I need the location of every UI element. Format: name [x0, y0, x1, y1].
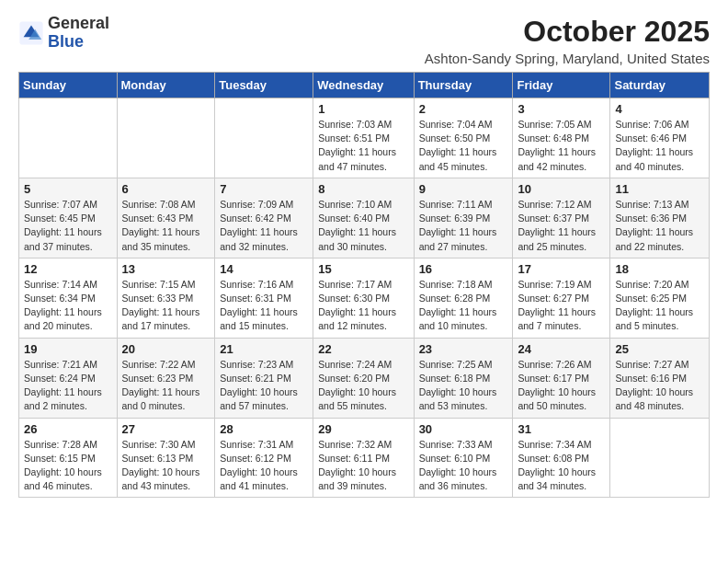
day-info: Sunrise: 7:25 AM Sunset: 6:18 PM Dayligh… — [419, 358, 508, 414]
day-number: 23 — [419, 342, 508, 356]
day-cell: 16Sunrise: 7:18 AM Sunset: 6:28 PM Dayli… — [414, 258, 513, 338]
day-cell: 22Sunrise: 7:24 AM Sunset: 6:20 PM Dayli… — [313, 338, 414, 418]
day-header-monday: Monday — [117, 73, 215, 98]
day-info: Sunrise: 7:19 AM Sunset: 6:27 PM Dayligh… — [518, 278, 605, 334]
day-number: 8 — [318, 182, 408, 196]
logo-icon — [18, 20, 44, 46]
day-number: 20 — [122, 342, 210, 356]
day-info: Sunrise: 7:33 AM Sunset: 6:10 PM Dayligh… — [419, 438, 508, 494]
day-info: Sunrise: 7:11 AM Sunset: 6:39 PM Dayligh… — [419, 198, 508, 254]
day-cell: 8Sunrise: 7:10 AM Sunset: 6:40 PM Daylig… — [313, 178, 414, 258]
day-cell: 5Sunrise: 7:07 AM Sunset: 6:45 PM Daylig… — [19, 178, 118, 258]
day-cell: 15Sunrise: 7:17 AM Sunset: 6:30 PM Dayli… — [313, 258, 414, 338]
day-info: Sunrise: 7:17 AM Sunset: 6:30 PM Dayligh… — [318, 278, 408, 334]
day-number: 7 — [220, 182, 308, 196]
day-number: 3 — [518, 102, 605, 116]
day-info: Sunrise: 7:22 AM Sunset: 6:23 PM Dayligh… — [122, 358, 210, 414]
week-row-3: 12Sunrise: 7:14 AM Sunset: 6:34 PM Dayli… — [19, 258, 710, 338]
day-number: 29 — [318, 422, 408, 436]
day-number: 2 — [419, 102, 508, 116]
day-number: 14 — [220, 262, 308, 276]
day-cell: 29Sunrise: 7:32 AM Sunset: 6:11 PM Dayli… — [313, 418, 414, 498]
day-cell: 21Sunrise: 7:23 AM Sunset: 6:21 PM Dayli… — [215, 338, 313, 418]
day-header-saturday: Saturday — [610, 73, 710, 98]
day-info: Sunrise: 7:26 AM Sunset: 6:17 PM Dayligh… — [518, 358, 605, 414]
day-cell: 23Sunrise: 7:25 AM Sunset: 6:18 PM Dayli… — [414, 338, 513, 418]
day-number: 30 — [419, 422, 508, 436]
day-info: Sunrise: 7:24 AM Sunset: 6:20 PM Dayligh… — [318, 358, 408, 414]
day-number: 22 — [318, 342, 408, 356]
calendar-table: SundayMondayTuesdayWednesdayThursdayFrid… — [18, 72, 710, 498]
day-number: 11 — [615, 182, 704, 196]
day-cell: 1Sunrise: 7:03 AM Sunset: 6:51 PM Daylig… — [313, 98, 414, 178]
day-cell: 17Sunrise: 7:19 AM Sunset: 6:27 PM Dayli… — [513, 258, 610, 338]
day-info: Sunrise: 7:08 AM Sunset: 6:43 PM Dayligh… — [122, 198, 210, 254]
day-cell: 27Sunrise: 7:30 AM Sunset: 6:13 PM Dayli… — [117, 418, 215, 498]
day-info: Sunrise: 7:28 AM Sunset: 6:15 PM Dayligh… — [24, 438, 112, 494]
day-cell: 20Sunrise: 7:22 AM Sunset: 6:23 PM Dayli… — [117, 338, 215, 418]
week-row-5: 26Sunrise: 7:28 AM Sunset: 6:15 PM Dayli… — [19, 418, 710, 498]
day-cell: 14Sunrise: 7:16 AM Sunset: 6:31 PM Dayli… — [215, 258, 313, 338]
day-cell: 30Sunrise: 7:33 AM Sunset: 6:10 PM Dayli… — [414, 418, 513, 498]
day-cell — [117, 98, 215, 178]
day-number: 9 — [419, 182, 508, 196]
day-header-friday: Friday — [513, 73, 610, 98]
day-info: Sunrise: 7:12 AM Sunset: 6:37 PM Dayligh… — [518, 198, 605, 254]
day-info: Sunrise: 7:30 AM Sunset: 6:13 PM Dayligh… — [122, 438, 210, 494]
day-cell: 3Sunrise: 7:05 AM Sunset: 6:48 PM Daylig… — [513, 98, 610, 178]
day-info: Sunrise: 7:21 AM Sunset: 6:24 PM Dayligh… — [24, 358, 112, 414]
day-cell: 2Sunrise: 7:04 AM Sunset: 6:50 PM Daylig… — [414, 98, 513, 178]
day-info: Sunrise: 7:31 AM Sunset: 6:12 PM Dayligh… — [220, 438, 308, 494]
day-number: 17 — [518, 262, 605, 276]
day-info: Sunrise: 7:23 AM Sunset: 6:21 PM Dayligh… — [220, 358, 308, 414]
day-info: Sunrise: 7:10 AM Sunset: 6:40 PM Dayligh… — [318, 198, 408, 254]
day-info: Sunrise: 7:32 AM Sunset: 6:11 PM Dayligh… — [318, 438, 408, 494]
day-info: Sunrise: 7:16 AM Sunset: 6:31 PM Dayligh… — [220, 278, 308, 334]
day-number: 10 — [518, 182, 605, 196]
day-number: 27 — [122, 422, 210, 436]
day-info: Sunrise: 7:03 AM Sunset: 6:51 PM Dayligh… — [318, 118, 408, 174]
day-number: 13 — [122, 262, 210, 276]
day-number: 19 — [24, 342, 112, 356]
day-info: Sunrise: 7:20 AM Sunset: 6:25 PM Dayligh… — [615, 278, 704, 334]
day-cell: 28Sunrise: 7:31 AM Sunset: 6:12 PM Dayli… — [215, 418, 313, 498]
day-cell — [19, 98, 118, 178]
page: General Blue October 2025 Ashton-Sandy S… — [0, 0, 728, 516]
day-number: 25 — [615, 342, 704, 356]
day-number: 4 — [615, 102, 704, 116]
day-cell: 18Sunrise: 7:20 AM Sunset: 6:25 PM Dayli… — [610, 258, 710, 338]
day-number: 12 — [24, 262, 112, 276]
logo: General Blue — [18, 15, 109, 52]
header: General Blue October 2025 Ashton-Sandy S… — [18, 15, 710, 66]
day-info: Sunrise: 7:06 AM Sunset: 6:46 PM Dayligh… — [615, 118, 704, 174]
day-number: 15 — [318, 262, 408, 276]
day-cell: 9Sunrise: 7:11 AM Sunset: 6:39 PM Daylig… — [414, 178, 513, 258]
day-cell: 26Sunrise: 7:28 AM Sunset: 6:15 PM Dayli… — [19, 418, 118, 498]
day-number: 26 — [24, 422, 112, 436]
day-header-sunday: Sunday — [19, 73, 118, 98]
logo-blue: Blue — [48, 32, 84, 51]
day-header-thursday: Thursday — [414, 73, 513, 98]
day-info: Sunrise: 7:07 AM Sunset: 6:45 PM Dayligh… — [24, 198, 112, 254]
day-cell: 7Sunrise: 7:09 AM Sunset: 6:42 PM Daylig… — [215, 178, 313, 258]
day-number: 31 — [518, 422, 605, 436]
day-cell: 4Sunrise: 7:06 AM Sunset: 6:46 PM Daylig… — [610, 98, 710, 178]
header-row: SundayMondayTuesdayWednesdayThursdayFrid… — [19, 73, 710, 98]
day-info: Sunrise: 7:27 AM Sunset: 6:16 PM Dayligh… — [615, 358, 704, 414]
day-cell — [610, 418, 710, 498]
day-cell: 24Sunrise: 7:26 AM Sunset: 6:17 PM Dayli… — [513, 338, 610, 418]
day-number: 16 — [419, 262, 508, 276]
logo-general: General — [48, 14, 109, 32]
day-info: Sunrise: 7:09 AM Sunset: 6:42 PM Dayligh… — [220, 198, 308, 254]
week-row-2: 5Sunrise: 7:07 AM Sunset: 6:45 PM Daylig… — [19, 178, 710, 258]
location-title: Ashton-Sandy Spring, Maryland, United St… — [425, 51, 710, 66]
month-title: October 2025 — [425, 15, 710, 49]
week-row-1: 1Sunrise: 7:03 AM Sunset: 6:51 PM Daylig… — [19, 98, 710, 178]
day-info: Sunrise: 7:18 AM Sunset: 6:28 PM Dayligh… — [419, 278, 508, 334]
day-number: 1 — [318, 102, 408, 116]
title-area: October 2025 Ashton-Sandy Spring, Maryla… — [425, 15, 710, 66]
day-cell: 10Sunrise: 7:12 AM Sunset: 6:37 PM Dayli… — [513, 178, 610, 258]
day-cell — [215, 98, 313, 178]
day-cell: 6Sunrise: 7:08 AM Sunset: 6:43 PM Daylig… — [117, 178, 215, 258]
day-cell: 12Sunrise: 7:14 AM Sunset: 6:34 PM Dayli… — [19, 258, 118, 338]
